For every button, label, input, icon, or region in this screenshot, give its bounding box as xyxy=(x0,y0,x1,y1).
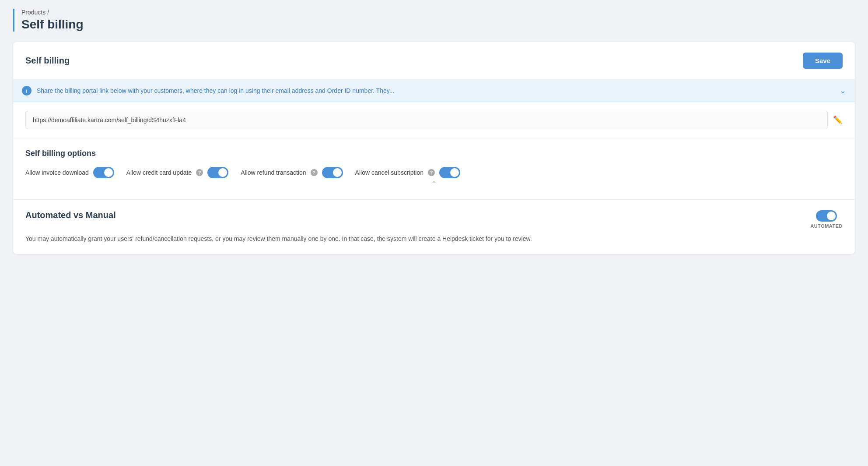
info-banner-left: i Share the billing portal link below wi… xyxy=(22,86,394,95)
toggle-cancel[interactable] xyxy=(439,167,460,178)
option-credit-card-update: Allow credit card update ? xyxy=(126,167,228,178)
help-icon-cancel[interactable]: ? xyxy=(428,169,435,176)
automated-toggle-group: AUTOMATED xyxy=(810,210,843,229)
automated-description: You may automatically grant your users' … xyxy=(25,234,550,244)
options-section: Self billing options Allow invoice downl… xyxy=(13,138,855,200)
automated-label: AUTOMATED xyxy=(810,223,843,229)
toggle-invoice-download[interactable] xyxy=(93,167,114,178)
card-title: Self billing xyxy=(25,56,70,66)
breadcrumb: Products / Self billing xyxy=(13,9,855,32)
option-invoice-label: Allow invoice download xyxy=(25,169,89,176)
breadcrumb-parent: Products / xyxy=(21,9,84,16)
breadcrumb-title: Self billing xyxy=(21,18,84,32)
info-icon: i xyxy=(22,86,32,95)
url-section: ✏️ xyxy=(13,102,855,138)
automated-header: Automated vs Manual AUTOMATED xyxy=(25,210,843,229)
info-banner: i Share the billing portal link below wi… xyxy=(13,80,855,102)
automated-section: Automated vs Manual AUTOMATED You may au… xyxy=(13,200,855,254)
save-button[interactable]: Save xyxy=(803,53,843,69)
edit-icon[interactable]: ✏️ xyxy=(833,115,843,125)
options-row: Allow invoice download Allow credit card… xyxy=(25,167,843,178)
option-invoice-download: Allow invoice download xyxy=(25,167,114,178)
option-refund-transaction: Allow refund transaction ? xyxy=(241,167,343,178)
option-credit-card-label: Allow credit card update xyxy=(126,169,192,176)
help-icon-cc[interactable]: ? xyxy=(196,169,203,176)
url-input-row: ✏️ xyxy=(25,111,843,129)
card-header: Self billing Save xyxy=(13,42,855,80)
chevron-down-icon[interactable]: ⌄ xyxy=(840,86,846,95)
toggle-credit-card[interactable] xyxy=(207,167,228,178)
toggle-automated[interactable] xyxy=(816,210,837,222)
main-card: Self billing Save i Share the billing po… xyxy=(13,42,855,254)
billing-url-input[interactable] xyxy=(25,111,828,129)
option-cancel-subscription: Allow cancel subscription ? xyxy=(355,167,460,178)
options-title: Self billing options xyxy=(25,149,843,158)
help-icon-refund[interactable]: ? xyxy=(311,169,318,176)
collapse-arrow[interactable]: ⌃ xyxy=(25,178,843,189)
option-cancel-label: Allow cancel subscription xyxy=(355,169,424,176)
info-banner-text: Share the billing portal link below with… xyxy=(37,87,394,94)
toggle-refund[interactable] xyxy=(322,167,343,178)
automated-title: Automated vs Manual xyxy=(25,210,116,220)
option-refund-label: Allow refund transaction xyxy=(241,169,306,176)
